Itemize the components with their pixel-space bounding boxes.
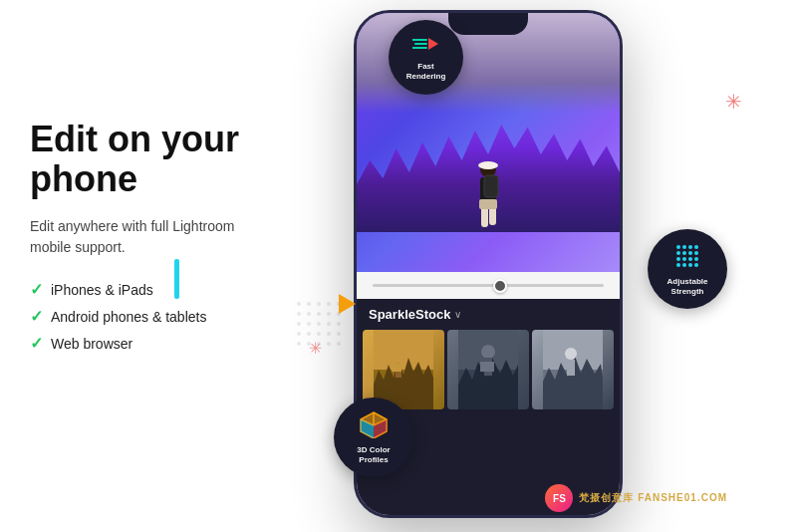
watermark: FS 梵摄创意库 FANSHE01.COM (545, 484, 727, 512)
svg-rect-18 (480, 362, 494, 372)
feature-label: Web browser (51, 336, 133, 352)
svg-rect-6 (479, 199, 497, 209)
svg-point-43 (694, 263, 698, 267)
feature-label: iPhones & iPads (51, 282, 153, 298)
brand-name: SparkleStock (369, 307, 450, 322)
svg-point-72 (307, 342, 311, 346)
check-icon: ✓ (30, 280, 43, 299)
adjustable-strength-icon (673, 242, 701, 275)
phone-notch (448, 13, 528, 35)
svg-point-63 (317, 322, 321, 326)
color-profiles-icon (359, 410, 389, 443)
svg-point-32 (676, 251, 680, 255)
svg-point-70 (337, 332, 341, 336)
left-panel: Edit on your phone Edit anywhere with fu… (30, 120, 319, 353)
dot-grid-decoration (294, 299, 344, 349)
svg-point-56 (297, 312, 301, 316)
svg-point-30 (688, 245, 692, 249)
svg-point-53 (317, 302, 321, 306)
svg-point-51 (297, 302, 301, 306)
watermark-badge: FS (545, 484, 573, 512)
svg-point-33 (682, 251, 686, 255)
thumbnail-3 (532, 330, 614, 409)
svg-point-41 (682, 263, 686, 267)
color-profiles-label: 3D ColorProfiles (357, 445, 390, 464)
svg-point-36 (676, 257, 680, 261)
color-profiles-badge: 3D ColorProfiles (334, 398, 413, 477)
svg-point-71 (297, 342, 301, 346)
brand-arrow: ∨ (454, 309, 461, 320)
svg-rect-12 (392, 364, 401, 372)
check-icon: ✓ (30, 307, 43, 326)
svg-point-42 (688, 263, 692, 267)
svg-point-66 (297, 332, 301, 336)
svg-point-59 (327, 312, 331, 316)
page-heading: Edit on your phone (30, 120, 319, 198)
svg-point-1 (478, 161, 498, 169)
fast-rendering-badge: FastRendering (389, 20, 463, 95)
svg-point-35 (694, 251, 698, 255)
fast-rendering-icon (412, 33, 440, 60)
svg-point-74 (327, 342, 331, 346)
deco-star-1: ✳ (725, 90, 742, 114)
svg-point-31 (694, 245, 698, 249)
svg-point-75 (337, 342, 341, 346)
svg-point-54 (327, 302, 331, 306)
adjustable-strength-badge: AdjustableStrength (648, 229, 727, 309)
cyan-accent (174, 259, 179, 299)
list-item: ✓ Web browser (30, 334, 319, 353)
svg-point-34 (688, 251, 692, 255)
svg-point-65 (337, 322, 341, 326)
svg-point-28 (676, 245, 680, 249)
watermark-initials: FS (553, 493, 566, 504)
svg-point-38 (688, 257, 692, 261)
svg-point-57 (307, 312, 311, 316)
svg-point-68 (317, 332, 321, 336)
svg-point-22 (565, 348, 577, 360)
svg-point-10 (393, 352, 404, 364)
svg-point-52 (307, 302, 311, 306)
fast-rendering-label: FastRendering (406, 62, 446, 81)
svg-point-61 (297, 322, 301, 326)
check-icon: ✓ (30, 334, 43, 353)
svg-point-29 (682, 245, 686, 249)
slider-track (373, 284, 604, 287)
svg-rect-23 (567, 360, 575, 376)
svg-point-58 (317, 312, 321, 316)
scene-figure (468, 159, 508, 234)
svg-marker-27 (428, 38, 438, 50)
brand-bar: SparkleStock ∨ (357, 299, 620, 330)
thumbnail-2 (447, 330, 529, 409)
slider-area (357, 272, 620, 299)
play-arrow-icon (339, 294, 356, 314)
svg-point-37 (682, 257, 686, 261)
list-item: ✓ Android phones & tablets (30, 307, 319, 326)
slider-thumb (493, 279, 507, 293)
svg-point-64 (327, 322, 331, 326)
svg-point-69 (327, 332, 331, 336)
watermark-text: 梵摄创意库 FANSHE01.COM (579, 491, 727, 505)
adjustable-strength-label: AdjustableStrength (667, 277, 708, 296)
svg-point-39 (694, 257, 698, 261)
feature-label: Android phones & tablets (51, 309, 206, 325)
svg-point-16 (481, 345, 495, 359)
svg-point-62 (307, 322, 311, 326)
svg-rect-3 (484, 175, 498, 197)
svg-point-73 (317, 342, 321, 346)
svg-point-40 (676, 263, 680, 267)
sub-heading: Edit anywhere with full Lightroom mobile… (30, 216, 269, 258)
svg-point-67 (307, 332, 311, 336)
